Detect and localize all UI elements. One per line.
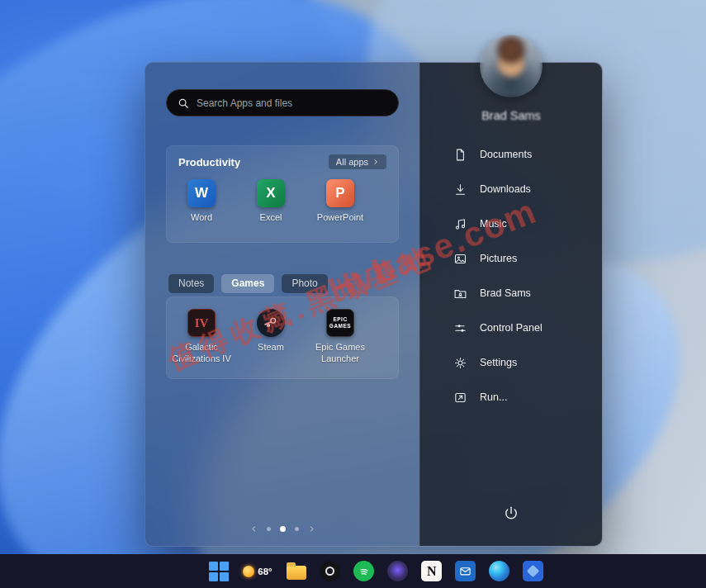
document-icon bbox=[453, 148, 467, 162]
avatar-photo bbox=[480, 35, 543, 97]
search-icon bbox=[178, 97, 189, 109]
app-label: PowerPoint bbox=[317, 212, 363, 224]
run-icon bbox=[453, 391, 467, 405]
pagination bbox=[145, 525, 419, 533]
pagination-dot-active[interactable] bbox=[280, 526, 286, 532]
search-bar[interactable] bbox=[166, 89, 399, 116]
app-shortcut-excel[interactable]: X Excel bbox=[236, 179, 306, 224]
sun-icon bbox=[243, 566, 254, 577]
start-menu: Productivity All apps W Word X bbox=[145, 62, 603, 547]
app-shortcut-word[interactable]: W Word bbox=[167, 179, 236, 224]
page-previous-icon[interactable] bbox=[250, 525, 258, 533]
sidebar-item-control-panel[interactable]: Control Panel bbox=[453, 311, 597, 345]
sidebar-item-settings[interactable]: Settings bbox=[453, 345, 597, 380]
productivity-group-title: Productivity bbox=[178, 156, 240, 168]
spotify-button[interactable] bbox=[353, 560, 376, 583]
start-menu-sidebar: Brad Sams Documents Downloads bbox=[419, 63, 602, 546]
app-label: Epic Games Launcher bbox=[306, 342, 375, 365]
sidebar-list: Documents Downloads Music bbox=[453, 137, 597, 415]
avatar[interactable] bbox=[480, 35, 543, 97]
pictures-icon bbox=[453, 252, 467, 266]
purple-circle-app-button[interactable] bbox=[386, 560, 410, 583]
edge-button[interactable] bbox=[488, 560, 511, 583]
steam-icon bbox=[257, 309, 285, 337]
notion-icon: N bbox=[421, 561, 442, 581]
app-label: Galactic Civilizations IV bbox=[167, 342, 236, 365]
galactic-civilizations-icon: IV bbox=[187, 309, 216, 337]
mail-icon bbox=[455, 561, 476, 581]
tab-notes[interactable]: Notes bbox=[168, 274, 214, 293]
search-input[interactable] bbox=[197, 97, 387, 109]
sidebar-item-run[interactable]: Run... bbox=[453, 380, 597, 415]
control-panel-sliders-icon bbox=[453, 321, 467, 335]
all-apps-button[interactable]: All apps bbox=[329, 154, 386, 169]
tab-photo[interactable]: Photo bbox=[282, 274, 327, 293]
settings-gear-icon bbox=[453, 356, 467, 370]
dark-circle-app-button[interactable] bbox=[319, 560, 342, 583]
sidebar-item-downloads[interactable]: Downloads bbox=[453, 172, 597, 206]
weather-widget[interactable]: 68° bbox=[241, 560, 273, 583]
sidebar-item-user-folder[interactable]: Brad Sams bbox=[453, 276, 597, 311]
page-next-icon[interactable] bbox=[308, 525, 315, 533]
pagination-dot[interactable] bbox=[295, 527, 299, 531]
app-shortcut-powerpoint[interactable]: P PowerPoint bbox=[306, 179, 375, 224]
download-icon bbox=[453, 183, 467, 197]
user-profile: Brad Sams bbox=[420, 35, 602, 122]
user-name: Brad Sams bbox=[481, 109, 541, 122]
sidebar-item-music[interactable]: Music bbox=[453, 206, 597, 241]
power-icon bbox=[502, 505, 520, 523]
taskbar: 68° N bbox=[0, 554, 706, 588]
word-icon: W bbox=[187, 179, 216, 207]
powerpoint-icon: P bbox=[326, 179, 354, 207]
sidebar-item-pictures[interactable]: Pictures bbox=[453, 241, 597, 276]
start-button[interactable] bbox=[207, 560, 230, 583]
mail-button[interactable] bbox=[454, 560, 477, 583]
start-menu-main-pane: Productivity All apps W Word X bbox=[145, 63, 419, 546]
app-label: Word bbox=[191, 212, 212, 224]
windows-logo-icon bbox=[209, 562, 229, 581]
file-explorer-button[interactable] bbox=[285, 560, 308, 583]
sidebar-item-documents[interactable]: Documents bbox=[453, 137, 597, 172]
epic-games-icon: EPIC GAMES bbox=[326, 309, 354, 337]
group-tabs: Notes Games Photo bbox=[168, 274, 328, 293]
temperature-label: 68° bbox=[258, 567, 272, 576]
games-group-card: IV Galactic Civilizations IV Steam bbox=[166, 296, 399, 379]
power-button[interactable] bbox=[497, 500, 525, 528]
excel-icon: X bbox=[257, 179, 285, 207]
spotify-icon bbox=[353, 561, 374, 581]
pagination-dot[interactable] bbox=[267, 527, 271, 531]
user-folder-icon bbox=[453, 287, 467, 301]
tab-games[interactable]: Games bbox=[221, 274, 274, 293]
app-label: Excel bbox=[260, 212, 282, 224]
app-shortcut-steam[interactable]: Steam bbox=[236, 309, 306, 365]
music-note-icon bbox=[453, 217, 467, 231]
app-label: Steam bbox=[258, 342, 284, 353]
app-shortcut-galactic-civilizations[interactable]: IV Galactic Civilizations IV bbox=[167, 309, 236, 365]
folder-icon bbox=[287, 566, 306, 580]
chevron-right-icon bbox=[372, 159, 379, 165]
edge-browser-icon bbox=[489, 561, 509, 581]
notion-button[interactable]: N bbox=[420, 560, 443, 583]
productivity-group-card: Productivity All apps W Word X bbox=[166, 145, 399, 243]
lens-icon bbox=[320, 561, 340, 581]
desktop: Productivity All apps W Word X bbox=[0, 0, 706, 588]
blue-tile-app-button[interactable] bbox=[522, 560, 545, 583]
blue-tile-icon bbox=[523, 561, 543, 581]
purple-circle-icon bbox=[387, 561, 408, 581]
all-apps-label: All apps bbox=[336, 157, 368, 167]
app-shortcut-epic-games[interactable]: EPIC GAMES Epic Games Launcher bbox=[306, 309, 375, 365]
